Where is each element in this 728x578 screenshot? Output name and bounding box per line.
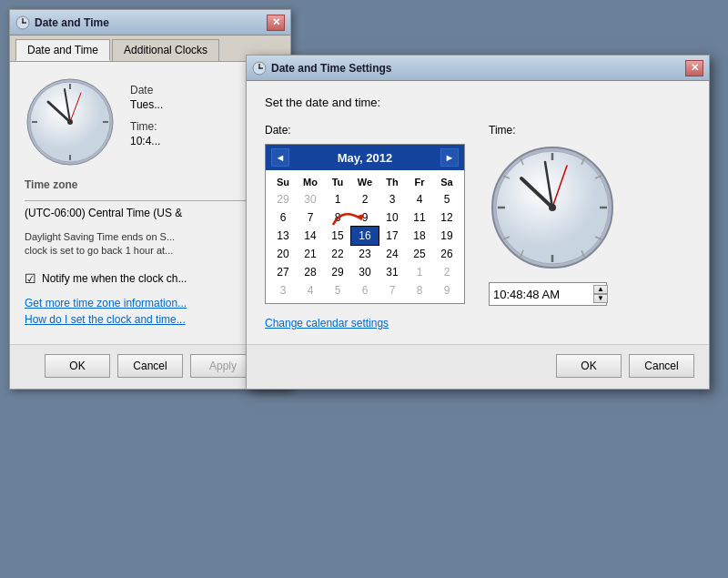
cal-cell[interactable]: 22 [324, 245, 351, 263]
cal-cell[interactable]: 19 [433, 227, 460, 245]
cal-cell-selected[interactable]: 16 [351, 227, 379, 245]
day-header-su: Su [269, 174, 297, 190]
settings-close-button[interactable]: ✕ [685, 60, 703, 76]
main-clock-face: gymnasium [25, 76, 116, 167]
main-ok-button[interactable]: OK [45, 354, 110, 378]
notify-row: ☑ Notify me when the clock ch... [25, 271, 276, 286]
cal-cell[interactable]: 6 [269, 208, 297, 227]
cal-cell[interactable]: 8 [324, 208, 351, 227]
cal-cell[interactable]: 30 [351, 263, 379, 281]
calendar-grid: Su Mo Tu We Th Fr Sa 29 30 1 [266, 170, 464, 303]
svg-point-36 [549, 204, 556, 211]
calendar-week-2: 6 7 8 9 10 11 [269, 208, 460, 227]
cal-cell[interactable]: 7 [297, 208, 324, 227]
timezone-value: (UTC-06:00) Central Time (US & [25, 207, 276, 219]
dst-info: Daylight Saving Time ends on S... clock … [25, 230, 276, 259]
settings-dialog: Date and Time Settings ✕ Set the date an… [246, 55, 710, 390]
calendar-week-1: 29 30 1 2 3 4 5 [269, 190, 460, 208]
cal-cell[interactable]: 17 [379, 227, 406, 245]
day-header-sa: Sa [433, 174, 460, 190]
cal-cell[interactable]: 1 [324, 190, 351, 208]
day-header-tu: Tu [324, 174, 351, 190]
cal-cell[interactable]: 27 [269, 263, 297, 281]
calendar-header: ◄ May, 2012 ► [266, 145, 464, 170]
tab-date-and-time[interactable]: Date and Time [15, 39, 110, 61]
calendar-week-3: 13 14 15 16 17 18 19 [269, 227, 460, 245]
main-titlebar: Date and Time ✕ [10, 10, 290, 35]
day-header-fr: Fr [406, 174, 433, 190]
cal-cell[interactable]: 4 [406, 190, 433, 208]
calendar-next-button[interactable]: ► [440, 148, 459, 167]
cal-cell[interactable]: 4 [297, 281, 324, 299]
settings-dialog-title: Date and Time Settings [271, 62, 685, 75]
cal-cell[interactable]: 3 [269, 281, 297, 299]
main-close-button[interactable]: ✕ [267, 15, 285, 31]
cal-cell[interactable]: 2 [351, 190, 379, 208]
clock-help-link[interactable]: How do I set the clock and time... [25, 313, 276, 326]
clock-area: gymnasium Date Tues... Tim [25, 76, 276, 167]
cal-cell[interactable]: 30 [297, 190, 324, 208]
calendar: ◄ May, 2012 ► Su Mo Tu We Th Fr Sa [265, 144, 465, 304]
cal-cell[interactable]: 12 [433, 208, 460, 227]
time-spinners: ▲ ▼ [593, 285, 608, 303]
cal-cell[interactable]: 9 [351, 208, 379, 227]
settings-ok-button[interactable]: OK [556, 354, 622, 378]
cal-cell[interactable]: 29 [269, 190, 297, 208]
settings-description: Set the date and time: [265, 96, 691, 109]
calendar-week-4: 20 21 22 23 24 25 26 [269, 245, 460, 263]
cal-cell[interactable]: 26 [433, 245, 460, 263]
day-header-we: We [351, 174, 379, 190]
tab-additional-clocks[interactable]: Additional Clocks [112, 39, 219, 61]
notify-checkbox[interactable]: ☑ [25, 271, 36, 286]
notify-text: Notify me when the clock ch... [42, 272, 187, 285]
time-input[interactable] [493, 288, 593, 301]
cal-cell[interactable]: 8 [406, 281, 433, 299]
cal-cell[interactable]: 29 [324, 263, 351, 281]
calendar-week-6: 3 4 5 6 7 8 9 [269, 281, 460, 299]
day-header-th: Th [379, 174, 406, 190]
main-window-title: Date and Time [35, 16, 267, 29]
cal-cell[interactable]: 15 [324, 227, 351, 245]
cal-cell[interactable]: 14 [297, 227, 324, 245]
cal-cell[interactable]: 25 [406, 245, 433, 263]
timezone-info-link[interactable]: Get more time zone information... [25, 297, 276, 309]
cal-cell[interactable]: 18 [406, 227, 433, 245]
main-cancel-button[interactable]: Cancel [117, 354, 183, 378]
time-spin-down[interactable]: ▼ [593, 294, 608, 303]
cal-cell[interactable]: 6 [351, 281, 379, 299]
date-section-label: Date: [265, 124, 467, 137]
cal-cell[interactable]: 1 [406, 263, 433, 281]
time-spin-up[interactable]: ▲ [593, 285, 608, 294]
settings-titlebar: Date and Time Settings ✕ [247, 56, 709, 81]
time-input-area: ▲ ▼ [489, 282, 691, 306]
cal-cell[interactable]: 11 [406, 208, 433, 227]
cal-cell[interactable]: 20 [269, 245, 297, 263]
cal-cell[interactable]: 9 [433, 281, 460, 299]
calendar-month-year: May, 2012 [338, 151, 392, 165]
cal-cell[interactable]: 13 [269, 227, 297, 245]
cal-cell[interactable]: 3 [379, 190, 406, 208]
cal-cell[interactable]: 5 [433, 190, 460, 208]
cal-cell[interactable]: 5 [324, 281, 351, 299]
settings-cancel-button[interactable]: Cancel [629, 354, 694, 378]
timezone-divider [25, 200, 276, 201]
settings-clock-face [489, 144, 616, 271]
cal-cell[interactable]: 2 [433, 263, 460, 281]
cal-cell[interactable]: 7 [379, 281, 406, 299]
settings-content: Set the date and time: Date: ◄ May, 2012… [247, 81, 709, 344]
cal-cell[interactable]: 10 [379, 208, 406, 227]
day-header-mo: Mo [297, 174, 324, 190]
cal-cell[interactable]: 21 [297, 245, 324, 263]
change-calendar-link[interactable]: Change calendar settings [265, 317, 389, 330]
cal-cell[interactable]: 28 [297, 263, 324, 281]
calendar-prev-button[interactable]: ◄ [271, 148, 289, 167]
cal-cell[interactable]: 23 [351, 245, 379, 263]
cal-cell[interactable]: 24 [379, 245, 406, 263]
settings-columns: Date: ◄ May, 2012 ► Su Mo Tu We Th [265, 124, 691, 330]
time-section-label: Time: [489, 124, 691, 137]
settings-clock-icon [252, 61, 267, 76]
calendar-week-5: 27 28 29 30 31 1 2 [269, 263, 460, 281]
settings-bottom-buttons: OK Cancel [247, 344, 709, 389]
titlebar-clock-icon [15, 15, 30, 30]
cal-cell[interactable]: 31 [379, 263, 406, 281]
